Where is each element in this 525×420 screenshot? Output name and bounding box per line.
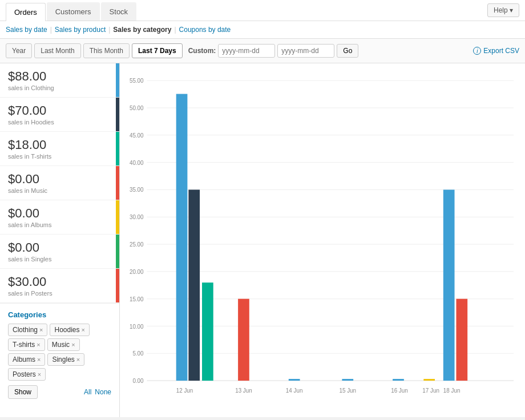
- filter-year[interactable]: Year: [6, 43, 32, 58]
- tag-clothing[interactable]: Clothing ×: [8, 324, 47, 336]
- none-link[interactable]: None: [95, 388, 111, 396]
- clothing-amount: $88.00: [8, 69, 111, 84]
- bar-12jun-clothing: [176, 94, 188, 381]
- tag-posters-remove[interactable]: ×: [38, 371, 41, 378]
- tag-singles-label: Singles: [52, 356, 74, 364]
- y-label-50: 50.00: [130, 105, 144, 111]
- tag-music[interactable]: Music ×: [47, 338, 80, 351]
- tag-hoodies[interactable]: Hoodies ×: [50, 324, 89, 336]
- tshirts-amount: $18.00: [8, 138, 111, 152]
- main-content: $88.00 sales in Clothing $70.00 sales in…: [0, 63, 525, 417]
- chart-svg: 55.00 50.00 45.00 40.00 35.00 30.00 25.0…: [126, 75, 514, 411]
- tag-albums-remove[interactable]: ×: [37, 356, 41, 363]
- tag-tshirts[interactable]: T-shirts ×: [8, 338, 45, 351]
- x-label-15jun: 15 Jun: [339, 387, 356, 394]
- y-label-20: 20.00: [130, 269, 144, 275]
- bar-15jun-tiny: [342, 379, 353, 381]
- help-button[interactable]: Help ▾: [487, 3, 519, 17]
- y-label-30: 30.00: [130, 214, 144, 220]
- show-button[interactable]: Show: [8, 385, 38, 399]
- y-label-40: 40.00: [130, 160, 144, 166]
- tag-singles-remove[interactable]: ×: [76, 356, 80, 363]
- y-label-5: 5.00: [132, 350, 144, 357]
- sidebar-item-hoodies: $70.00 sales in Hoodies: [0, 98, 119, 132]
- y-label-15: 15.00: [130, 296, 144, 302]
- tag-tshirts-label: T-shirts: [13, 341, 35, 349]
- sub-nav-coupons-by-date[interactable]: Coupons by date: [176, 26, 234, 34]
- bar-13jun-red: [238, 299, 249, 381]
- sidebar-item-clothing: $88.00 sales in Clothing: [0, 63, 119, 98]
- posters-color-bar: [116, 269, 119, 302]
- tags-container: Clothing × Hoodies × T-shirts × Music × …: [8, 324, 111, 381]
- tab-bar: Orders Customers Stock Help ▾: [0, 0, 525, 21]
- x-label-14jun: 14 Jun: [286, 387, 303, 394]
- y-label-35: 35.00: [130, 187, 144, 193]
- sidebar-item-tshirts: $18.00 sales in T-shirts: [0, 132, 119, 166]
- posters-label: sales in Posters: [8, 290, 111, 297]
- sidebar-item-posters: $30.00 sales in Posters: [0, 269, 119, 303]
- bar-12jun-tshirts: [202, 282, 213, 381]
- x-label-18jun: 18 Jun: [443, 387, 461, 394]
- tag-albums[interactable]: Albums ×: [8, 353, 45, 366]
- all-link[interactable]: All: [84, 388, 91, 396]
- bar-14jun-tiny: [289, 379, 300, 381]
- y-label-55: 55.00: [130, 78, 144, 84]
- tag-clothing-label: Clothing: [13, 326, 38, 334]
- sub-navigation: Sales by date | Sales by product | Sales…: [0, 21, 525, 39]
- filter-this-month[interactable]: This Month: [83, 43, 130, 58]
- posters-amount: $30.00: [8, 274, 111, 289]
- sidebar-item-music: $0.00 sales in Music: [0, 166, 119, 200]
- tshirts-color-bar: [116, 132, 119, 165]
- bar-17jun-tiny: [423, 379, 435, 381]
- bar-12jun-hoodies: [188, 189, 200, 381]
- tag-music-remove[interactable]: ×: [71, 341, 75, 348]
- sidebar-item-singles: $0.00 sales in Singles: [0, 235, 119, 269]
- tshirts-label: sales in T-shirts: [8, 153, 111, 160]
- clothing-label: sales in Clothing: [8, 84, 111, 91]
- go-button[interactable]: Go: [337, 44, 358, 58]
- music-amount: $0.00: [8, 172, 111, 187]
- filter-bar: Year Last Month This Month Last 7 Days C…: [0, 39, 525, 63]
- albums-amount: $0.00: [8, 206, 111, 221]
- tag-albums-label: Albums: [13, 356, 35, 364]
- chart-area: 55.00 50.00 45.00 40.00 35.00 30.00 25.0…: [120, 63, 525, 417]
- filter-last-month[interactable]: Last Month: [34, 43, 80, 58]
- categories-section: Categories Clothing × Hoodies × T-shirts…: [0, 303, 119, 406]
- y-label-0: 0.00: [132, 378, 144, 384]
- custom-label: Custom:: [188, 47, 216, 55]
- tab-stock[interactable]: Stock: [101, 2, 137, 21]
- date-to-input[interactable]: [277, 44, 334, 58]
- sub-nav-sales-by-date[interactable]: Sales by date: [6, 26, 50, 34]
- sidebar-item-albums: $0.00 sales in Albums: [0, 200, 119, 235]
- y-label-25: 25.00: [130, 241, 144, 248]
- filter-last-7-days[interactable]: Last 7 Days: [132, 43, 183, 58]
- tag-tshirts-remove[interactable]: ×: [37, 341, 40, 348]
- info-icon: i: [473, 47, 481, 55]
- bar-18jun-blue: [443, 189, 455, 381]
- tab-orders[interactable]: Orders: [6, 3, 46, 21]
- tag-singles[interactable]: Singles ×: [47, 353, 84, 366]
- tag-posters-label: Posters: [13, 370, 36, 378]
- tag-posters[interactable]: Posters ×: [8, 368, 46, 381]
- x-label-17jun: 17 Jun: [422, 387, 439, 394]
- tab-customers[interactable]: Customers: [47, 2, 100, 21]
- categories-title: Categories: [8, 310, 111, 319]
- sub-nav-sales-by-category[interactable]: Sales by category: [110, 26, 174, 34]
- hoodies-color-bar: [116, 98, 119, 131]
- albums-color-bar: [116, 200, 119, 234]
- tag-hoodies-remove[interactable]: ×: [82, 326, 85, 333]
- date-from-input[interactable]: [218, 44, 275, 58]
- sidebar: $88.00 sales in Clothing $70.00 sales in…: [0, 63, 120, 417]
- hoodies-label: sales in Hoodies: [8, 119, 111, 126]
- tag-music-label: Music: [52, 341, 70, 349]
- albums-label: sales in Albums: [8, 221, 111, 228]
- sub-nav-sales-by-product[interactable]: Sales by product: [52, 26, 108, 34]
- music-label: sales in Music: [8, 187, 111, 194]
- tag-clothing-remove[interactable]: ×: [39, 326, 43, 333]
- y-label-10: 10.00: [130, 323, 144, 329]
- music-color-bar: [116, 166, 119, 200]
- clothing-color-bar: [116, 63, 119, 97]
- export-csv-button[interactable]: i Export CSV: [473, 47, 519, 55]
- show-area: Show All None: [8, 385, 111, 399]
- bar-18jun-red: [456, 299, 467, 381]
